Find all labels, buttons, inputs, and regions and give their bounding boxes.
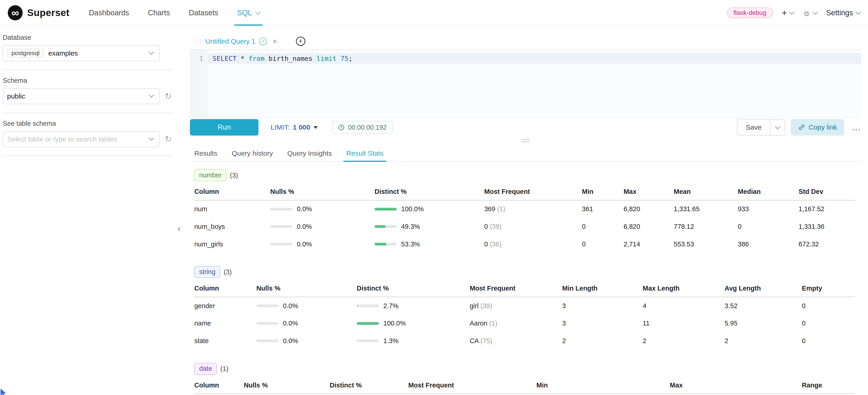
settings-menu[interactable]: Settings [826, 8, 860, 17]
distinct-bar [357, 339, 379, 342]
cell-distinct: 49.3% [375, 218, 484, 236]
distinct-bar [357, 304, 379, 307]
cell-column-name: ds [194, 394, 244, 395]
column-header: Distinct % [357, 284, 470, 297]
cell-most-frequent: 0 (36) [484, 236, 582, 253]
save-button[interactable]: Save [737, 119, 770, 136]
main-menu: Dashboards Charts Datasets SQL [79, 0, 269, 26]
nulls-bar [270, 243, 292, 245]
cell-median: 0 [738, 218, 799, 236]
refresh-tables-icon[interactable]: ↻ [164, 135, 173, 143]
cell-median: 386 [738, 236, 799, 253]
type-badge-number: number [194, 170, 226, 181]
nulls-pct: 0.0% [297, 223, 312, 231]
nulls-pct: 0.0% [283, 302, 298, 310]
cell-range: same day [802, 394, 855, 395]
table-row: state 0.0% 1.3% CA (75) 2 2 2 0 [194, 332, 855, 350]
mouse-cursor [0, 388, 9, 395]
query-tab-title: Untitled Query 1 [206, 37, 255, 45]
nav-label: Datasets [189, 8, 218, 17]
query-tab[interactable]: ⋮⋮ Untitled Query 1 ✓ × [190, 33, 284, 50]
table-row: name 0.0% 100.0% Aaron (1) 3 11 5.95 0 [194, 314, 855, 332]
tab-result-stats[interactable]: Result Stats [339, 146, 391, 161]
sql-number: 75 [341, 55, 348, 62]
cell-min: 1965-01-01T03:00:00.000Z [536, 394, 670, 395]
collapse-sidebar-handle[interactable]: ‹ [178, 224, 181, 233]
cell-std: 1,167.52 [799, 200, 855, 218]
save-dropdown-button[interactable] [770, 119, 785, 136]
schema-select[interactable]: public [3, 88, 159, 104]
divider [3, 113, 173, 113]
column-header: Nulls % [270, 187, 375, 200]
cell-min-length: 3 [562, 297, 643, 315]
cell-empty: 0 [802, 297, 855, 315]
cell-max: 1965-01-01T03:00:00.000Z [670, 394, 802, 395]
new-item-button[interactable]: + [782, 8, 794, 18]
nav-label: SQL [237, 8, 252, 17]
limit-label: LIMIT: [271, 123, 289, 131]
table-select[interactable]: Select table or type to search tables [3, 131, 159, 147]
editor-code-area[interactable]: SELECT * from birth_names limit 75; [208, 50, 861, 118]
sql-keyword: from [249, 55, 265, 62]
column-header: Range [802, 381, 855, 394]
run-button[interactable]: Run [190, 119, 258, 136]
more-options-button[interactable]: … [851, 123, 861, 132]
query-success-icon: ✓ [259, 37, 267, 45]
superset-brand[interactable]: ∞ Superset [8, 0, 69, 26]
limit-dropdown[interactable]: LIMIT: 1 000 [271, 123, 317, 131]
column-header: Most Frequent [470, 284, 562, 297]
column-header: Column [194, 187, 270, 200]
superset-logo-icon: ∞ [8, 5, 23, 20]
column-header: Nulls % [244, 381, 330, 394]
clock-icon [338, 124, 345, 131]
save-split-button: Save [737, 119, 785, 136]
sql-editor[interactable]: 1 SELECT * from birth_names limit 75; [190, 50, 861, 118]
resize-grip[interactable] [522, 139, 530, 143]
distinct-pct: 53.3% [401, 241, 420, 248]
cell-median: 933 [738, 200, 799, 218]
results-tabstrip: Results Query history Query Insights Res… [190, 146, 861, 162]
cell-most-frequent: 1965-01-01T00:00:00 (75) [408, 394, 536, 395]
nulls-pct: 0.0% [283, 320, 298, 327]
editor-toolbar: Run LIMIT: 1 000 00:00:00.192 Save [190, 118, 861, 136]
tab-query-insights[interactable]: Query Insights [280, 146, 339, 161]
database-value: examples [48, 49, 78, 57]
cell-empty: 0 [802, 332, 855, 350]
column-count: (3) [223, 268, 232, 276]
refresh-schemas-icon[interactable]: ↻ [164, 92, 173, 100]
tab-results[interactable]: Results [190, 146, 225, 161]
nav-item-datasets[interactable]: Datasets [179, 0, 228, 26]
chevron-down-icon [812, 9, 818, 14]
close-tab-icon[interactable]: × [272, 37, 277, 45]
copy-link-button[interactable]: Copy link [791, 119, 844, 136]
freq-count: (39) [490, 223, 502, 230]
cell-max-length: 11 [643, 314, 724, 332]
toolbar-right: Save Copy link … [737, 119, 861, 136]
cell-nulls: 0.0% [270, 236, 375, 253]
nav-item-sql[interactable]: SQL [228, 0, 269, 26]
column-header: Std Dev [799, 187, 855, 200]
chevron-down-icon [149, 49, 154, 55]
tab-query-history[interactable]: Query history [225, 146, 280, 161]
column-header: Nulls % [256, 284, 357, 297]
cell-avg-length: 3.52 [725, 297, 802, 315]
schema-row: public ↻ [3, 88, 173, 104]
freq-value: girl [470, 302, 478, 309]
nav-label: Dashboards [89, 8, 129, 17]
theme-toggle-button[interactable]: ☼ [802, 8, 817, 18]
database-select[interactable]: postgresql examples [3, 45, 159, 61]
column-header: Column [194, 381, 244, 394]
nav-label: Charts [148, 8, 170, 17]
nav-item-charts[interactable]: Charts [138, 0, 179, 26]
stats-section-string: string (3) Column Nulls % Distinct % Mos… [194, 266, 859, 350]
editor-gutter: 1 [190, 50, 208, 118]
query-timer: 00:00:00.192 [332, 121, 393, 134]
nav-item-dashboards[interactable]: Dashboards [79, 0, 138, 26]
copy-link-label: Copy link [809, 123, 837, 131]
stats-section-date: date (1) Column Nulls % Distinct % Most … [194, 363, 859, 395]
superset-sql-lab: ∞ Superset Dashboards Charts Datasets SQ… [0, 0, 868, 395]
column-count: (1) [220, 365, 228, 373]
new-query-tab-button[interactable]: + [296, 37, 305, 46]
column-header: Max Length [643, 284, 724, 297]
freq-count: (39) [480, 302, 492, 309]
